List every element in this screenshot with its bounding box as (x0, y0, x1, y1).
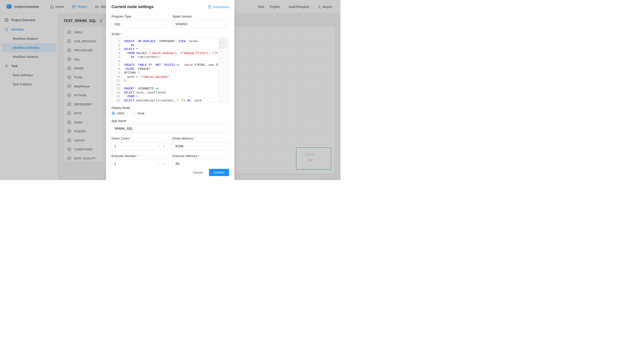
radio-label: client (117, 112, 124, 115)
plus-icon[interactable]: + (162, 144, 166, 148)
select-value: SQL (114, 22, 121, 26)
spark-version-select[interactable]: SPARK2 ⌄ (172, 20, 229, 28)
app-name-input[interactable] (112, 124, 229, 132)
number-value: 1 (114, 144, 116, 148)
node-settings-modal: Current node settings Instructions Progr… (106, 0, 234, 180)
deploy-mode-client[interactable]: client (112, 112, 124, 115)
cancel-button[interactable]: Cancel (190, 169, 205, 176)
line-gutter: 1234567891011121314151617 (112, 38, 122, 102)
radio-label: local (138, 112, 144, 115)
app-name-label: App Name (112, 119, 229, 123)
minus-icon[interactable]: − (156, 144, 160, 148)
script-editor[interactable]: 1234567891011121314151617 CREATE OR REPL… (112, 38, 229, 102)
executor-number-label: Executor Number * (112, 154, 168, 158)
driver-memory-label: Driver Memory * (172, 137, 229, 140)
executor-memory-input[interactable] (172, 160, 229, 166)
help-icon (208, 5, 212, 9)
chevron-down-icon: ⌄ (224, 23, 226, 26)
driver-cores-label: Driver Cores * (112, 137, 168, 140)
program-type-select[interactable]: SQL ⌄ (112, 20, 168, 28)
number-value: 2 (114, 162, 116, 166)
driver-cores-input[interactable]: 1 − + (112, 142, 168, 150)
watermark: CSDN @风笨的羊羊 (318, 176, 339, 179)
code-minimap: CREATE OR REPLACE TEMPORARY VIEW terms A… (218, 38, 229, 102)
code-body[interactable]: CREATE OR REPLACE TEMPORARY VIEW terms A… (122, 38, 218, 102)
spark-version-label: Spark Version (172, 15, 229, 18)
modal-overlay: Current node settings Instructions Progr… (0, 0, 340, 180)
plus-icon[interactable]: + (162, 162, 166, 166)
executor-number-input[interactable]: 2 − + (112, 160, 168, 166)
modal-title: Current node settings (112, 4, 154, 9)
chevron-down-icon: ⌄ (163, 23, 165, 26)
radio-icon (112, 112, 115, 115)
radio-icon (132, 112, 136, 115)
script-label: Script * (112, 32, 229, 36)
executor-memory-label: Executor Memory * (172, 154, 229, 158)
deploy-mode-local[interactable]: local (132, 112, 144, 115)
confirm-button[interactable]: Confirm (209, 169, 229, 176)
instructions-label: Instructions (213, 5, 229, 9)
deploy-mode-label: Deploy Mode (112, 106, 229, 110)
minus-icon[interactable]: − (156, 162, 160, 166)
program-type-label: Program Type (112, 15, 168, 18)
driver-memory-input[interactable] (172, 142, 229, 150)
instructions-link[interactable]: Instructions (208, 5, 229, 9)
select-value: SPARK2 (176, 22, 188, 26)
